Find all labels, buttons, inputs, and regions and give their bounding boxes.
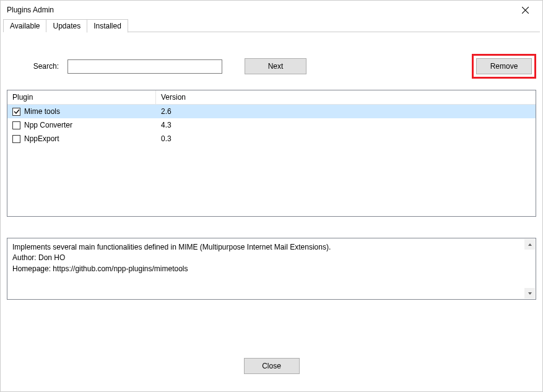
tab-content: Search: Next Remove Plugin Version Mime …	[1, 32, 542, 306]
plugin-version: 0.3	[156, 133, 249, 144]
chevron-up-icon	[528, 242, 532, 247]
column-version[interactable]: Version	[156, 90, 249, 104]
search-row: Search: Next Remove	[7, 54, 536, 79]
plugin-version: 4.3	[156, 120, 249, 131]
window-title: Plugins Admin	[7, 6, 54, 14]
plugin-name: NppExport	[24, 134, 59, 143]
plugin-row[interactable]: Npp Converter 4.3	[7, 118, 536, 132]
titlebar: Plugins Admin	[1, 1, 542, 19]
plugin-version: 2.6	[156, 106, 249, 117]
search-label: Search:	[7, 62, 63, 71]
plugin-cell: Npp Converter	[7, 120, 156, 131]
plugin-row[interactable]: Mime tools 2.6	[7, 105, 536, 118]
plugin-list: Plugin Version Mime tools 2.6 Npp Conver…	[7, 90, 536, 217]
chevron-down-icon	[528, 291, 532, 296]
plugin-name: Npp Converter	[24, 121, 72, 129]
close-button[interactable]: Close	[244, 358, 300, 374]
plugin-list-header: Plugin Version	[7, 90, 536, 105]
scroll-up-button[interactable]	[524, 239, 535, 250]
dialog-footer: Close	[244, 358, 300, 374]
tab-available[interactable]: Available	[3, 19, 46, 32]
description-line: Implements several main functionalities …	[12, 242, 521, 253]
svg-marker-2	[528, 243, 532, 246]
plugin-row[interactable]: NppExport 0.3	[7, 132, 536, 146]
svg-marker-3	[528, 292, 532, 295]
tab-strip: Available Updates Installed	[1, 19, 542, 33]
plugin-checkbox[interactable]	[12, 135, 20, 143]
scroll-down-button[interactable]	[524, 288, 535, 298]
description-homepage: Homepage: https://github.com/npp-plugins…	[12, 264, 521, 274]
description-box: Implements several main functionalities …	[7, 238, 536, 300]
close-icon	[522, 7, 529, 14]
column-plugin[interactable]: Plugin	[7, 90, 156, 104]
remove-button[interactable]: Remove	[476, 58, 532, 74]
window-close-button[interactable]	[513, 1, 537, 19]
plugin-cell: Mime tools	[7, 106, 156, 117]
remove-highlight-box: Remove	[472, 54, 536, 79]
description-author: Author: Don HO	[12, 253, 521, 263]
plugin-cell: NppExport	[7, 133, 156, 144]
next-button[interactable]: Next	[245, 58, 306, 74]
plugin-checkbox[interactable]	[12, 121, 20, 129]
tab-installed[interactable]: Installed	[87, 19, 128, 33]
plugin-checkbox[interactable]	[12, 108, 20, 116]
check-icon	[14, 108, 20, 115]
plugin-name: Mime tools	[24, 107, 60, 116]
search-input[interactable]	[67, 59, 222, 74]
tab-updates[interactable]: Updates	[46, 19, 87, 32]
